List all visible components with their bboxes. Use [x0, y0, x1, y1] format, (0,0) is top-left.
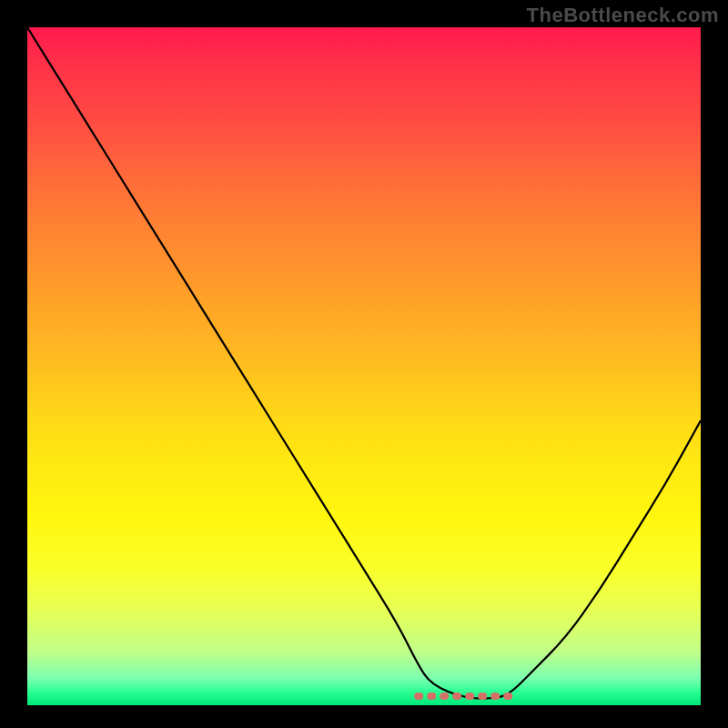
chart-frame: TheBottleneck.com — [0, 0, 728, 728]
bottleneck-curve-svg — [27, 27, 701, 705]
plot-area — [27, 27, 701, 705]
watermark-text: TheBottleneck.com — [527, 4, 719, 27]
bottleneck-curve-line — [27, 27, 701, 699]
